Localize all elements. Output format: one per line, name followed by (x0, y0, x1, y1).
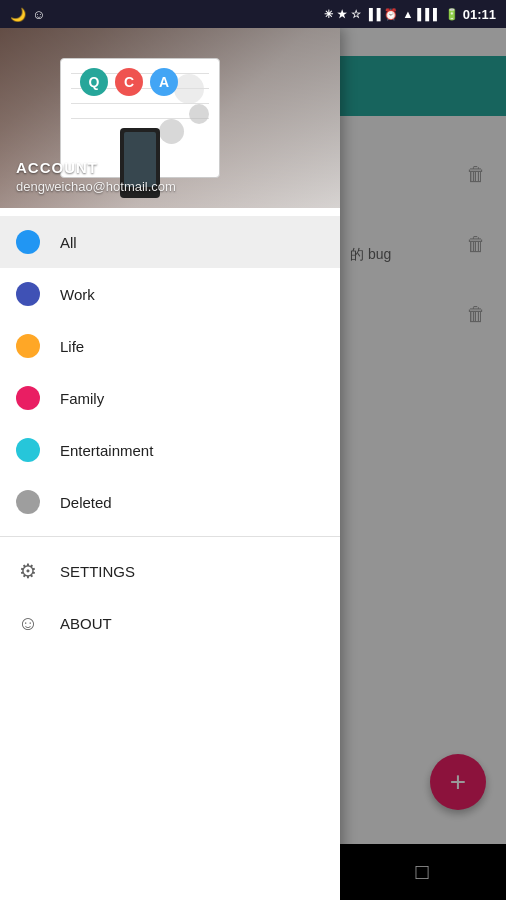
settings-label: SETTINGS (60, 563, 135, 580)
moon-icon: 🌙 (10, 7, 26, 22)
account-info: ACCOUNT dengweichao@hotmail.com (16, 159, 176, 194)
menu-label-life: Life (60, 338, 84, 355)
navigation-drawer: Q C A ACCOUNT dengweichao@hotmail.com Al… (0, 28, 340, 900)
menu-item-family[interactable]: Family (0, 372, 340, 424)
settings-icon: ⚙ (16, 559, 40, 583)
dot-work (16, 282, 40, 306)
signal-icon: ▐▐ (365, 8, 381, 20)
dot-all (16, 230, 40, 254)
clock-icon: ⏰ (384, 8, 398, 21)
star-outline-icon: ☆ (351, 8, 361, 21)
about-icon: ☺ (16, 611, 40, 635)
star-icon: ★ (337, 8, 347, 21)
menu-label-entertainment: Entertainment (60, 442, 153, 459)
drawer-divider (0, 536, 340, 537)
status-left-icons: 🌙 ☺ (10, 7, 45, 22)
smiley-icon: ☺ (32, 7, 45, 22)
status-bar: 🌙 ☺ ✳ ★ ☆ ▐▐ ⏰ ▲ ▌▌▌ 🔋 01:11 (0, 0, 506, 28)
account-title: ACCOUNT (16, 159, 176, 176)
battery-icon: 🔋 (445, 8, 459, 21)
about-label: ABOUT (60, 615, 112, 632)
menu-item-work[interactable]: Work (0, 268, 340, 320)
dot-deleted (16, 490, 40, 514)
menu-label-family: Family (60, 390, 104, 407)
bluetooth-icon: ✳ (324, 8, 333, 21)
signal-bars-icon: ▌▌▌ (417, 8, 440, 20)
menu-item-settings[interactable]: ⚙ SETTINGS (0, 545, 340, 597)
drawer-menu: All Work Life Family Entertainment Delet… (0, 208, 340, 900)
menu-item-deleted[interactable]: Deleted (0, 476, 340, 528)
status-right-info: ✳ ★ ☆ ▐▐ ⏰ ▲ ▌▌▌ 🔋 01:11 (324, 7, 496, 22)
dot-life (16, 334, 40, 358)
wifi-icon: ▲ (402, 8, 413, 20)
account-email: dengweichao@hotmail.com (16, 179, 176, 194)
menu-item-about[interactable]: ☺ ABOUT (0, 597, 340, 649)
menu-label-all: All (60, 234, 77, 251)
menu-label-work: Work (60, 286, 95, 303)
time-display: 01:11 (463, 7, 496, 22)
menu-label-deleted: Deleted (60, 494, 112, 511)
menu-item-life[interactable]: Life (0, 320, 340, 372)
dot-entertainment (16, 438, 40, 462)
menu-item-entertainment[interactable]: Entertainment (0, 424, 340, 476)
menu-item-all[interactable]: All (0, 216, 340, 268)
dot-family (16, 386, 40, 410)
drawer-header: Q C A ACCOUNT dengweichao@hotmail.com (0, 28, 340, 208)
